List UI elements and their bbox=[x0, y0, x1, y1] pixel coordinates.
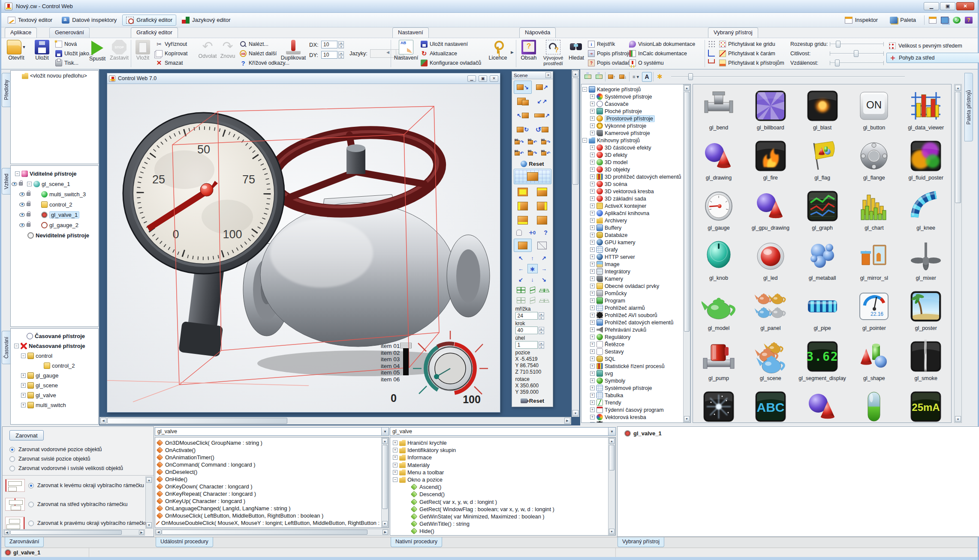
native-tree-item[interactable]: GetWinState( var Minimized, Maximized : … bbox=[391, 513, 615, 520]
event-procedure-item[interactable]: OnActivate() bbox=[156, 446, 388, 454]
sidebar-tab-timing[interactable]: Časování bbox=[2, 331, 10, 364]
grid-plane-yz2-button[interactable] bbox=[527, 296, 538, 305]
lock-icon[interactable] bbox=[27, 223, 30, 227]
tree-expander[interactable]: + bbox=[393, 470, 398, 475]
timing-tree-item[interactable]: +gl_scene bbox=[11, 380, 98, 390]
tree-expander[interactable]: + bbox=[590, 335, 595, 339]
tree-expander[interactable]: + bbox=[590, 218, 595, 223]
timing-tree-item[interactable]: −control bbox=[11, 351, 98, 361]
device-tree-item[interactable]: +Systémové přístroje bbox=[581, 93, 690, 100]
center-zero-button[interactable]: ✛0 bbox=[527, 228, 539, 238]
viewport-horizontal-scrollbar[interactable]: ◀ ▶ bbox=[99, 417, 571, 425]
move-device-left-button[interactable] bbox=[583, 72, 593, 82]
ribbon-tab-application[interactable]: Aplikace bbox=[5, 27, 37, 38]
tree-expander[interactable]: + bbox=[590, 407, 595, 412]
tree-expander[interactable]: + bbox=[590, 291, 595, 296]
driver-config-button[interactable]: Konfigurace ovladačů bbox=[420, 58, 482, 68]
move-by-center-button[interactable]: ✛Pohyb za střed bbox=[886, 53, 979, 63]
tab-data-inspectors[interactable]: Datové inspektory bbox=[58, 15, 120, 26]
scene-palette-titlebar[interactable]: Scene ✕ bbox=[512, 72, 553, 79]
event-procedure-item[interactable]: OnMouseDoubleClick( MouseX, MouseY : lon… bbox=[156, 519, 388, 527]
driver-help-button[interactable]: Popis ovladačů bbox=[587, 58, 634, 68]
tab-selected-device[interactable]: Vybraný přístroj bbox=[618, 537, 664, 547]
translate-object-button[interactable]: ↖ bbox=[514, 109, 532, 122]
delete-button[interactable]: ✕Smazat bbox=[155, 58, 189, 68]
timing-tree-item[interactable]: −Nečasované přístroje bbox=[11, 341, 98, 351]
timing-tree-item[interactable]: +gl_gauge bbox=[11, 371, 98, 380]
reset-camera-button[interactable]: Reset bbox=[521, 396, 544, 405]
gallery-item-gl_gpu_drawing[interactable]: gl_gpu_drawing bbox=[745, 189, 796, 231]
events-horizontal-scrollbar[interactable]: ◀ ▶ bbox=[155, 529, 389, 536]
tree-expander[interactable]: + bbox=[590, 131, 595, 135]
gallery-item-gl_billboard[interactable]: gl_billboard bbox=[745, 89, 796, 131]
tree-expander[interactable]: + bbox=[590, 116, 595, 121]
appearance-tree-item[interactable]: gl_gauge_2 bbox=[11, 220, 98, 230]
sensitivity-slider[interactable] bbox=[830, 49, 884, 58]
device-tree-item[interactable]: +Prohlížeč alarmů bbox=[581, 304, 690, 311]
settings-button[interactable]: Nastavení bbox=[394, 39, 418, 68]
event-procedure-item[interactable]: OnKeyRepeat( Character : longcard ) bbox=[156, 490, 388, 497]
stretch-object-button[interactable]: ↗ bbox=[533, 109, 551, 122]
device-tree-item[interactable]: +Prohlížeč AVI souborů bbox=[581, 311, 690, 319]
device-tree-item[interactable]: +Prohlížeč datových elementů bbox=[581, 319, 690, 326]
rotate-90-x-button[interactable]: 90↷ bbox=[513, 137, 525, 147]
device-tree-item[interactable]: +Výkonné přístroje bbox=[581, 122, 690, 129]
maximize-button[interactable]: ▣ bbox=[940, 2, 955, 10]
events-vertical-scrollbar[interactable]: ▲ ▼ bbox=[381, 437, 389, 527]
tree-expander[interactable]: + bbox=[590, 284, 595, 288]
tree-expander[interactable]: − bbox=[27, 182, 32, 186]
close-icon[interactable]: ✕ bbox=[545, 72, 551, 78]
snap-to-devices-toggle[interactable]: Přichytávat k přístrojům bbox=[718, 58, 785, 68]
tab-native-procedures[interactable]: Nativní procedury bbox=[391, 537, 442, 547]
tab-text-editor[interactable]: Textový editor bbox=[4, 15, 56, 26]
device-tree-item[interactable]: +3D vektorová kresba bbox=[581, 188, 690, 195]
visibility-eye-icon[interactable] bbox=[19, 213, 25, 217]
tree-expander[interactable]: + bbox=[590, 356, 595, 361]
angle-up[interactable]: ▲ bbox=[539, 341, 544, 345]
alignment-vertical-scrollbar[interactable]: ▲ ▼ bbox=[145, 476, 153, 529]
gallery-item-gl_flange[interactable]: gl_flange bbox=[848, 139, 900, 181]
appearance-tree-item[interactable]: Neviditelné přístroje bbox=[11, 230, 98, 240]
gallery-item-gl_mixer[interactable]: gl_mixer bbox=[900, 239, 952, 281]
grid-up[interactable]: ▲ bbox=[539, 312, 544, 316]
gallery-item-gl_pipe[interactable]: gl_pipe bbox=[797, 289, 848, 331]
tree-expander[interactable]: − bbox=[582, 87, 587, 92]
align-center-option[interactable]: Zarovnat na střed vybíracího rámečku bbox=[5, 498, 128, 511]
native-tree-item[interactable]: HideOwner() bbox=[391, 535, 615, 536]
event-device-select[interactable]: gl_valve▼ bbox=[155, 427, 389, 436]
view-left-face-button[interactable] bbox=[514, 199, 532, 213]
tree-expander[interactable]: + bbox=[590, 305, 595, 310]
inspector-button[interactable]: Inspektor bbox=[841, 15, 882, 26]
view-mode-list-button[interactable]: ≡ ▾ bbox=[631, 72, 641, 82]
lock-icon[interactable] bbox=[27, 192, 30, 196]
dy-down-arrow[interactable]: ▼ bbox=[338, 55, 344, 59]
device-tree-item[interactable]: +SQL bbox=[581, 355, 690, 362]
ribbon-tab-generation[interactable]: Generování bbox=[49, 27, 90, 38]
tree-expander[interactable]: + bbox=[590, 189, 595, 194]
device-tree-item[interactable]: +Kamery bbox=[581, 275, 690, 282]
device-tree-item[interactable]: +3D model bbox=[581, 159, 690, 166]
device-tree-item[interactable]: +svg bbox=[581, 370, 690, 377]
nudge-down[interactable]: ↓ bbox=[527, 275, 538, 284]
device-tree-item[interactable]: +ActiveX kontejner bbox=[581, 202, 690, 210]
solid-render-button[interactable] bbox=[514, 239, 532, 252]
device-tree-item[interactable]: +Sestavy bbox=[581, 348, 690, 355]
native-tree-item[interactable]: GetRect( var x, y, w, d : longint ) bbox=[391, 498, 615, 506]
runtime-minimize-button[interactable]: ▁ bbox=[467, 75, 476, 82]
view-top-face-button[interactable] bbox=[514, 185, 532, 198]
step-input[interactable]: 40 bbox=[515, 326, 538, 334]
event-procedure-item[interactable]: OnDeselect() bbox=[156, 468, 388, 476]
nudge-down-right[interactable]: ↘ bbox=[539, 275, 549, 284]
tree-expander[interactable]: + bbox=[590, 233, 595, 237]
native-tree-item[interactable]: Descend() bbox=[391, 491, 615, 498]
angle-down[interactable]: ▼ bbox=[539, 345, 544, 349]
device-tree-item[interactable]: +Vektorová kresba bbox=[581, 413, 690, 421]
angle-input[interactable]: 1 bbox=[515, 341, 538, 349]
device-tree-scrollbar[interactable]: ▲ ▼ bbox=[683, 84, 690, 422]
viewport-vertical-scrollbar[interactable]: ▲ ▼ bbox=[572, 70, 579, 417]
snap-to-grid-toggle[interactable]: Přichytávat ke gridu bbox=[718, 39, 785, 49]
tree-expander[interactable]: − bbox=[21, 353, 26, 358]
tree-expander[interactable]: + bbox=[590, 94, 595, 99]
native-tree-item[interactable]: GetWinTitle() : string bbox=[391, 520, 615, 527]
device-tree-item[interactable]: +X-Y zapisovač bbox=[581, 421, 690, 423]
